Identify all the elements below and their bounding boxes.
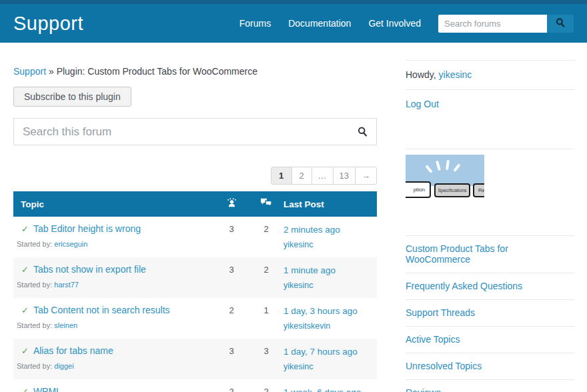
plugin-banner-image[interactable]: ption Specifications Revie — [406, 155, 484, 199]
last-poster-link[interactable]: yikesinc — [283, 281, 313, 290]
started-by-label: Started by: — [17, 362, 52, 370]
sidebar-link-reviews[interactable]: Reviews — [406, 387, 441, 392]
sidebar-item-plugin: Custom Product Tabs for WooCommerce — [406, 236, 575, 273]
started-by-label: Started by: — [17, 281, 52, 289]
freshness-link[interactable]: 1 day, 3 hours ago — [283, 306, 358, 316]
topic-cell: ✓WPML Started by: jeroenoosterveld — [17, 386, 214, 392]
sidebar-item-faq: Frequently Asked Questions — [406, 273, 575, 299]
voices-count: 3 — [214, 223, 249, 250]
sidebar-item-unresolved-topics: Unresolved Topics — [406, 353, 575, 379]
checkmark-icon: ✓ — [21, 387, 29, 392]
main-column: Support » Plugin: Custom Product Tabs fo… — [13, 43, 377, 392]
topic-title-line: ✓WPML — [17, 386, 214, 392]
author-link[interactable]: ericseguin — [54, 240, 87, 248]
replies-count: 3 — [249, 345, 283, 372]
topic-link[interactable]: WPML — [33, 386, 61, 392]
topic-row: ✓WPML Started by: jeroenoosterveld 2 2 1… — [13, 379, 377, 392]
divider — [406, 149, 575, 149]
forum-search-input[interactable] — [13, 118, 377, 145]
topic-link[interactable]: Tabs not show in export file — [33, 264, 146, 275]
checkmark-icon: ✓ — [21, 224, 29, 234]
arrow-right-icon[interactable]: → — [355, 167, 376, 184]
replies-count: 2 — [249, 386, 283, 392]
checkmark-icon: ✓ — [21, 305, 29, 315]
freshness-link[interactable]: 1 week, 6 days ago — [283, 387, 361, 392]
ray-icon — [446, 160, 450, 170]
magnifier-icon[interactable] — [357, 126, 368, 140]
checkmark-icon: ✓ — [21, 265, 29, 275]
sidebar-link-support-threads[interactable]: Support Threads — [406, 307, 475, 318]
pagination-row: 1 2 … 13 → — [13, 167, 377, 185]
page-ellipsis: … — [312, 167, 333, 184]
sidebar-item-support-threads: Support Threads — [406, 300, 575, 326]
sidebar-link-plugin[interactable]: Custom Product Tabs for WooCommerce — [406, 243, 508, 265]
users-icon — [214, 198, 249, 211]
banner-tab-specifications: Specifications — [434, 183, 470, 197]
sidebar: Howdy, yikesinc Log Out ption Specificat… — [406, 43, 575, 392]
last-poster-link[interactable]: yikesinc — [283, 362, 313, 371]
breadcrumb-separator: » — [49, 66, 54, 77]
spacer — [406, 119, 575, 149]
breadcrumb-support-link[interactable]: Support — [13, 66, 46, 77]
last-post-column-header: Last Post — [283, 199, 377, 209]
last-poster-link[interactable]: yikesitskevin — [283, 321, 330, 331]
sidebar-item-reviews: Reviews — [406, 380, 575, 392]
header-search — [438, 15, 574, 33]
page-number-current: 1 — [271, 167, 291, 184]
topic-row: ✓Alias for tabs name Started by: diggei … — [13, 339, 377, 379]
howdy-label: Howdy, — [406, 69, 436, 80]
voices-count: 2 — [214, 386, 249, 392]
voices-count: 3 — [214, 345, 249, 372]
started-by: Started by: ericseguin — [17, 240, 214, 248]
page-number[interactable]: 13 — [333, 167, 355, 184]
topic-cell: ✓Tab Content not in search results Start… — [17, 305, 214, 331]
checkmark-icon: ✓ — [21, 346, 29, 356]
last-post-cell: 2 minutes ago yikesinc — [283, 223, 377, 250]
author-link[interactable]: diggei — [54, 362, 73, 370]
started-by-label: Started by: — [17, 321, 52, 329]
nav-forums[interactable]: Forums — [239, 18, 271, 29]
topics-table-header: Topic La — [13, 191, 377, 217]
topic-link[interactable]: Tab Content not in search results — [33, 305, 170, 315]
header-search-input[interactable] — [438, 15, 547, 33]
speech-bubbles-icon — [249, 197, 283, 211]
pagination: 1 2 … 13 → — [271, 167, 377, 185]
spacer — [406, 199, 575, 235]
author-link[interactable]: harst77 — [54, 281, 79, 289]
sidebar-link-unresolved-topics[interactable]: Unresolved Topics — [406, 361, 482, 371]
header-search-button[interactable] — [547, 15, 574, 33]
topic-row: ✓Tab Content not in search results Start… — [13, 298, 377, 339]
subscribe-button[interactable]: Subscribe to this plugin — [13, 87, 131, 107]
topic-cell: ✓Tabs not show in export file Started by… — [17, 264, 214, 291]
howdy-row: Howdy, yikesinc — [406, 61, 575, 89]
replies-count: 2 — [249, 264, 283, 291]
nav-documentation[interactable]: Documentation — [288, 18, 351, 29]
topic-title-line: ✓Tabs not show in export file — [17, 264, 214, 275]
ray-icon — [453, 163, 460, 172]
last-post-cell: 1 minute ago yikesinc — [283, 264, 377, 291]
sidebar-link-active-topics[interactable]: Active Topics — [406, 334, 460, 345]
logout-row: Log Out — [406, 90, 575, 119]
page-number[interactable]: 2 — [291, 167, 312, 184]
topics-table: Topic La — [13, 191, 377, 392]
logout-link[interactable]: Log Out — [406, 99, 439, 109]
last-post-cell: 1 day, 7 hours ago yikesinc — [283, 345, 377, 372]
started-by: Started by: diggei — [17, 362, 214, 370]
topic-link[interactable]: Tab Editor height is wrong — [33, 223, 141, 234]
nav-get-involved[interactable]: Get Involved — [368, 18, 421, 29]
last-poster-link[interactable]: yikesinc — [283, 240, 313, 249]
username-link[interactable]: yikesinc — [439, 69, 472, 80]
topic-link[interactable]: Alias for tabs name — [33, 345, 113, 356]
freshness-link[interactable]: 1 day, 7 hours ago — [283, 347, 358, 357]
breadcrumb-current: Plugin: Custom Product Tabs for WooComme… — [57, 66, 257, 77]
topic-row: ✓Tab Editor height is wrong Started by: … — [13, 217, 377, 257]
banner-tab-description: ption — [406, 181, 431, 198]
started-by: Started by: sleinen — [17, 321, 214, 329]
site-title[interactable]: Support — [13, 13, 83, 35]
sidebar-link-faq[interactable]: Frequently Asked Questions — [406, 281, 522, 291]
freshness-link[interactable]: 2 minutes ago — [283, 225, 340, 235]
header-right: Forums Documentation Get Involved — [239, 15, 574, 33]
author-link[interactable]: sleinen — [54, 321, 77, 329]
replies-count: 1 — [249, 305, 283, 331]
freshness-link[interactable]: 1 minute ago — [283, 265, 336, 275]
